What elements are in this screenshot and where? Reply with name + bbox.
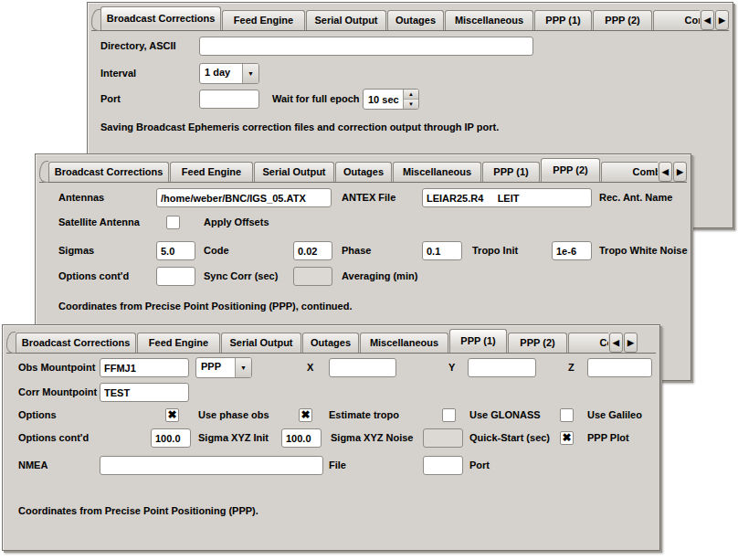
left-arrow-icon: ◀ [662,167,669,176]
spin-up-button[interactable]: ▲ [404,90,418,100]
tab-ppp-1[interactable]: PPP (1) [482,162,540,182]
sigma-xyz-init-input[interactable] [151,428,191,448]
tab-scroll-left-button[interactable]: ◀ [609,333,623,353]
obs-mountpoint-input[interactable] [100,358,189,377]
tab-outages[interactable]: Outages [335,162,392,182]
sigma-phase-input[interactable] [293,241,332,260]
tropo-white-noise-input[interactable] [552,241,592,260]
tab-ppp-2[interactable]: PPP (2) [541,158,600,182]
tab-scroll-right-button[interactable]: ▶ [715,10,729,30]
tab-outages[interactable]: Outages [302,333,359,353]
estimate-tropo-label: Estimate tropo [329,406,399,425]
tab-miscellaneous[interactable]: Miscellaneous [393,162,481,182]
dropdown-button[interactable]: ▼ [235,358,251,377]
y-input[interactable] [468,358,536,377]
tab-outages[interactable]: Outages [387,10,444,30]
tab-scroll-left-button[interactable]: ◀ [659,162,672,182]
dropdown-button[interactable]: ▼ [242,64,258,83]
apply-offsets-checkbox[interactable] [166,216,180,229]
use-phase-obs-checkbox[interactable]: ✖ [165,408,179,422]
tab-combination[interactable]: Combin [653,10,700,30]
tab-scroll-right-button[interactable]: ▶ [673,162,687,182]
tab-base-curl [39,161,48,183]
sigma-xyz-init-label: Sigma XYZ Init [198,428,269,448]
tab-serial-output[interactable]: Serial Output [306,10,386,30]
tab-miscellaneous[interactable]: Miscellaneous [445,10,533,30]
check-mark: ✖ [300,409,310,421]
port-input[interactable] [199,90,259,109]
obs-mountpoint-label: Obs Mountpoint [18,358,95,377]
ppp-plot-checkbox[interactable]: ✖ [560,431,574,445]
spin-up-icon: ▲ [408,91,414,97]
tab-feed-engine[interactable]: Feed Engine [222,10,305,30]
tab-broadcast-corrections[interactable]: Broadcast Corrections [100,6,221,30]
corr-mountpoint-input[interactable] [100,383,189,402]
use-galileo-checkbox[interactable] [560,408,574,422]
window-ppp1: Broadcast Corrections Feed Engine Serial… [2,324,660,551]
rec-ant-name-input[interactable] [422,188,592,207]
code-label: Code [204,241,229,260]
sigma-code-input[interactable] [156,241,195,260]
averaging-input [293,267,332,286]
use-glonass-label: Use GLONASS [469,406,541,425]
tropo-init-label: Tropo Init [472,241,518,260]
wait-epoch-value[interactable] [364,90,403,109]
wait-epoch-stepper[interactable]: ▲ ▼ [363,89,419,110]
options-label: Options [18,406,57,425]
interval-select[interactable]: 1 day ▼ [199,63,259,84]
nmea-file-input[interactable] [100,456,323,475]
left-arrow-icon: ◀ [613,338,619,347]
tab-base-curl [6,332,16,354]
tab-ppp-1[interactable]: PPP (1) [534,10,592,30]
port-label: Port [469,456,490,475]
desktop-canvas: Broadcast Corrections Feed Engine Serial… [0,0,738,560]
directory-input[interactable] [199,37,533,56]
tab-scroll-left-button[interactable]: ◀ [701,10,714,30]
tab-ppp-2[interactable]: PPP (2) [593,10,652,30]
wait-full-epoch-label: Wait for full epoch [272,90,360,109]
tab-strip: Broadcast Corrections Feed Engine Serial… [16,328,608,353]
x-input[interactable] [329,358,396,377]
z-label: Z [568,358,575,377]
rec-ant-name-label: Rec. Ant. Name [599,188,672,207]
tab-scroll-right-button[interactable]: ▶ [624,333,638,353]
tab-broadcast-corrections[interactable]: Broadcast Corrections [48,162,169,182]
options-contd-label: Options cont'd [58,267,129,286]
tab-broadcast-corrections[interactable]: Broadcast Corrections [16,333,136,353]
use-galileo-label: Use Galileo [587,406,642,425]
tab-strip: Broadcast Corrections Feed Engine Serial… [100,5,700,30]
tab-feed-engine[interactable]: Feed Engine [137,333,220,353]
x-label: X [307,358,313,377]
interval-selected-value: 1 day [200,64,242,83]
port-label: Port [100,90,121,109]
tab-combination[interactable]: Combin [568,333,608,353]
tab-serial-output[interactable]: Serial Output [254,162,334,182]
antex-file-input[interactable] [156,188,332,207]
use-phase-obs-label: Use phase obs [198,406,269,425]
antennas-label: Antennas [58,188,104,207]
tab-serial-output[interactable]: Serial Output [221,333,301,353]
nmea-port-input[interactable] [423,456,463,475]
spin-down-button[interactable]: ▼ [404,100,418,109]
tropo-init-input[interactable] [422,241,462,260]
ppp-plot-label: PPP Plot [587,428,629,448]
tab-ppp-2[interactable]: PPP (2) [508,333,567,353]
right-arrow-icon: ▶ [627,338,634,347]
use-glonass-checkbox[interactable] [442,408,456,422]
tab-base-curl [91,9,100,31]
tropo-white-noise-label: Tropo White Noise [599,241,688,260]
sync-corr-input[interactable] [156,267,195,286]
left-arrow-icon: ◀ [704,16,711,25]
sigma-xyz-noise-input[interactable] [281,428,322,448]
stepper-buttons: ▲ ▼ [403,90,418,109]
tab-ppp-1[interactable]: PPP (1) [449,329,507,353]
ppp-mode-select[interactable]: PPP ▼ [195,357,252,378]
tab-feed-engine[interactable]: Feed Engine [170,162,253,182]
interval-label: Interval [100,64,136,83]
estimate-tropo-checkbox[interactable]: ✖ [299,408,312,422]
tab-bar: Broadcast Corrections Feed Engine Serial… [91,5,729,31]
tab-combination[interactable]: Combin [601,162,658,182]
y-label: Y [448,358,455,377]
z-input[interactable] [587,358,652,377]
tab-miscellaneous[interactable]: Miscellaneous [360,333,448,353]
